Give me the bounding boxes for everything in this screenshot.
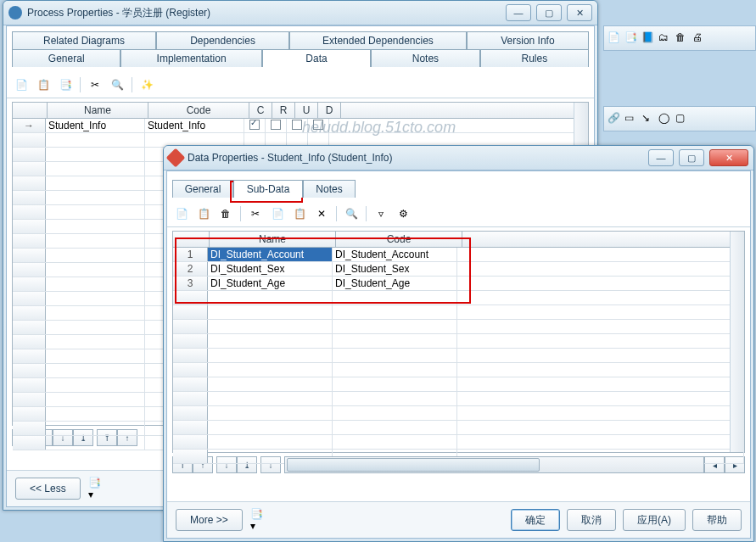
tab-rules[interactable]: Rules xyxy=(480,49,589,67)
bg-icon: 🖨 xyxy=(692,31,706,45)
cell-code[interactable]: DI_Student_Age xyxy=(333,277,457,290)
bg-icon: 📑 xyxy=(624,31,638,45)
less-button[interactable]: << Less xyxy=(15,478,81,500)
bg-icon: 🗂 xyxy=(658,31,672,45)
tab-sub-data[interactable]: Sub-Data xyxy=(233,180,303,198)
bg-icon: ◯ xyxy=(658,112,672,126)
cell-c[interactable] xyxy=(244,119,266,132)
checkbox-icon[interactable] xyxy=(313,120,323,130)
customize-icon[interactable]: ⚙ xyxy=(394,204,412,223)
separator xyxy=(132,77,132,92)
horizontal-scrollbar[interactable] xyxy=(284,456,704,473)
ok-button[interactable]: 确定 xyxy=(511,509,560,531)
tab-dependencies[interactable]: Dependencies xyxy=(156,31,289,49)
grid-header-u[interactable]: U xyxy=(295,103,318,118)
tab-general[interactable]: General xyxy=(12,49,120,67)
cell-d[interactable] xyxy=(308,119,329,132)
filter-icon[interactable]: ▿ xyxy=(372,204,390,223)
table-row[interactable] xyxy=(173,334,744,349)
find-icon[interactable]: 🔍 xyxy=(342,204,361,223)
table-row[interactable]: 1 DI_Student_Account DI_Student_Account xyxy=(173,248,744,262)
row-indicator: → xyxy=(13,119,46,132)
vertical-scrollbar[interactable] xyxy=(730,232,744,452)
tab-notes[interactable]: Notes xyxy=(303,180,356,198)
grid-header-code[interactable]: Code xyxy=(148,103,249,118)
find-icon[interactable]: 🔍 xyxy=(108,75,126,94)
more-button[interactable]: More >> xyxy=(176,509,243,531)
grid-header-d[interactable]: D xyxy=(318,103,341,118)
maximize-button[interactable]: ▢ xyxy=(536,4,562,21)
checkbox-icon[interactable] xyxy=(249,120,260,130)
cut-icon[interactable]: ✂ xyxy=(86,75,104,94)
grid-header-c[interactable]: C xyxy=(249,103,272,118)
window-title: Process Properties - 学员注册 (Register) xyxy=(27,6,506,20)
cell-code[interactable]: DI_Student_Sex xyxy=(333,262,457,276)
titlebar[interactable]: Process Properties - 学员注册 (Register) — ▢… xyxy=(3,1,597,25)
cell-code[interactable]: DI_Student_Account xyxy=(333,248,457,261)
tool-insert-icon[interactable]: 📋 xyxy=(194,204,213,223)
table-row[interactable] xyxy=(173,406,744,421)
minimize-button[interactable]: — xyxy=(648,149,674,166)
tool-new-icon[interactable]: 📄 xyxy=(12,75,31,94)
footer-tool-icon[interactable]: 📑▾ xyxy=(249,511,268,529)
tab-notes[interactable]: Notes xyxy=(371,49,479,67)
grid-header-rownum[interactable] xyxy=(13,103,48,118)
grid-header-rownum[interactable] xyxy=(173,232,210,247)
help-button[interactable]: 帮助 xyxy=(692,509,742,531)
delete-icon[interactable]: ✕ xyxy=(312,204,331,223)
checkbox-icon[interactable] xyxy=(271,120,281,130)
table-row[interactable]: 3 DI_Student_Age DI_Student_Age xyxy=(173,277,744,291)
cancel-button[interactable]: 取消 xyxy=(567,509,616,531)
cut-icon[interactable]: ✂ xyxy=(246,204,265,223)
scrollbar-thumb[interactable] xyxy=(287,458,540,472)
copy-icon[interactable]: 📄 xyxy=(268,204,287,223)
table-row[interactable]: → Student_Info Student_Info xyxy=(13,119,588,133)
grid-header-code[interactable]: Code xyxy=(336,232,462,247)
apply-button[interactable]: 应用(A) xyxy=(623,509,686,531)
checkbox-icon[interactable] xyxy=(292,120,302,130)
cell-u[interactable] xyxy=(287,119,308,132)
table-row[interactable] xyxy=(173,377,744,392)
table-row[interactable] xyxy=(173,421,744,435)
tab-general[interactable]: General xyxy=(172,180,233,198)
tool-wizard-icon[interactable]: ✨ xyxy=(137,75,156,94)
cell-r[interactable] xyxy=(266,119,287,132)
cell-code[interactable]: Student_Info xyxy=(145,119,244,132)
tab-implementation[interactable]: Implementation xyxy=(120,49,261,67)
footer-tool-icon[interactable]: 📑▾ xyxy=(87,479,106,498)
cell-name[interactable]: DI_Student_Sex xyxy=(208,262,333,276)
tool-list-icon[interactable]: 📑 xyxy=(56,75,75,94)
grid-header-name[interactable]: Name xyxy=(48,103,148,118)
minimize-button[interactable]: — xyxy=(506,4,531,21)
toolbar: 📄 📋 🗑 ✂ 📄 📋 ✕ 🔍 ▿ ⚙ xyxy=(167,201,750,227)
grid-header-r[interactable]: R xyxy=(272,103,295,118)
tool-delete-icon[interactable]: 🗑 xyxy=(216,204,235,223)
table-row[interactable] xyxy=(173,363,744,377)
tab-version-info[interactable]: Version Info xyxy=(467,31,589,49)
bg-icon: ↘ xyxy=(641,112,655,126)
separator xyxy=(366,206,367,221)
table-row[interactable] xyxy=(173,392,744,406)
table-row[interactable] xyxy=(173,291,744,305)
tab-extended-dependencies[interactable]: Extended Dependencies xyxy=(289,31,467,49)
table-row[interactable] xyxy=(173,435,744,450)
grid-header-name[interactable]: Name xyxy=(210,232,336,247)
subdata-grid[interactable]: Name Code 1 DI_Student_Account DI_Studen… xyxy=(172,231,745,453)
close-button[interactable]: ✕ xyxy=(567,4,592,21)
close-button[interactable]: ✕ xyxy=(709,149,748,166)
table-row[interactable]: 2 DI_Student_Sex DI_Student_Sex xyxy=(173,262,744,277)
cell-name[interactable]: DI_Student_Account xyxy=(208,248,333,261)
tool-insert-icon[interactable]: 📋 xyxy=(34,75,53,94)
row-number: 2 xyxy=(173,262,208,276)
paste-icon[interactable]: 📋 xyxy=(290,204,309,223)
tab-data[interactable]: Data xyxy=(262,49,371,67)
tool-new-icon[interactable]: 📄 xyxy=(172,204,191,223)
table-row[interactable] xyxy=(173,305,744,320)
tab-related-diagrams[interactable]: Related Diagrams xyxy=(12,31,156,49)
maximize-button[interactable]: ▢ xyxy=(679,149,704,166)
cell-name[interactable]: Student_Info xyxy=(46,119,145,132)
table-row[interactable] xyxy=(173,349,744,363)
table-row[interactable] xyxy=(173,320,744,334)
titlebar[interactable]: Data Properties - Student_Info (Student_… xyxy=(164,146,753,170)
cell-name[interactable]: DI_Student_Age xyxy=(208,277,333,290)
